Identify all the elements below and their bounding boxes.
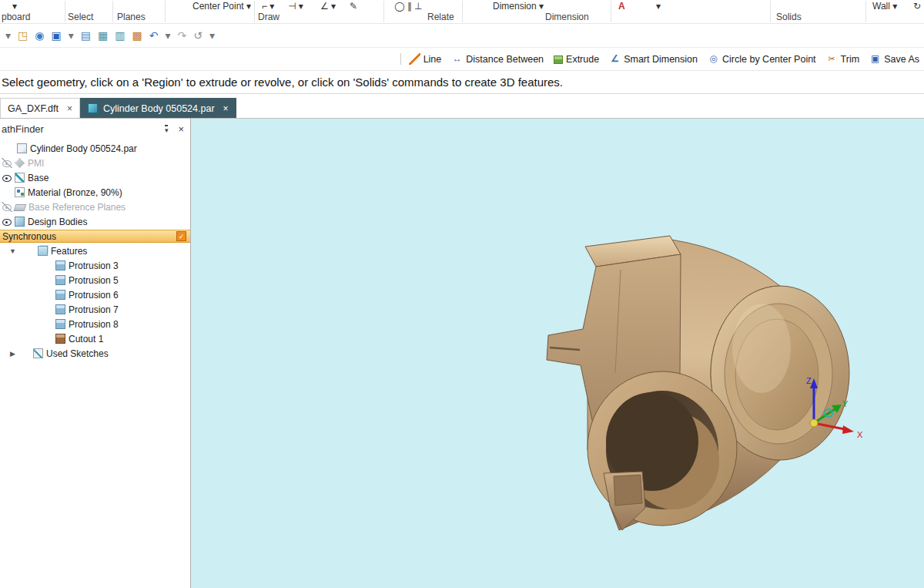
synchronous-mode-bar[interactable]: Synchronous (0, 230, 190, 243)
close-tab-icon[interactable]: × (223, 103, 229, 114)
save-as-command[interactable]: Save As (869, 53, 919, 65)
item-type-icon (55, 275, 65, 285)
item-type-icon (55, 304, 65, 314)
distance-between-command[interactable]: Distance Between (451, 53, 544, 65)
item-label: Synchronous (2, 231, 176, 242)
window-cascade-button[interactable]: ▥ (115, 30, 125, 41)
window-layout-button[interactable]: ▦ (98, 30, 108, 41)
weblink-button[interactable]: ◉ (35, 30, 44, 41)
item-label: Used Sketches (46, 348, 109, 359)
item-label: Protrusion 6 (69, 290, 119, 301)
3d-model[interactable] (547, 236, 849, 530)
command-label: Extrude (566, 54, 599, 65)
item-type-icon (14, 204, 27, 211)
app-window: ▾Center Point ▾⌐ ▾⊣ ▾∠ ▾✎◯ ∥ ⊥Dimension … (0, 0, 924, 588)
command-label: Circle by Center Point (722, 54, 816, 65)
pathfinder-item-protrusion-8[interactable]: Protrusion 8 (0, 317, 190, 331)
item-label: Material (Bronze, 90%) (28, 187, 122, 198)
item-type-icon (33, 348, 43, 358)
command-icon (409, 53, 420, 65)
command-icon (708, 53, 719, 65)
viewport-3d[interactable]: Z Y X (191, 119, 924, 588)
circle-by-center-point-command[interactable]: Circle by Center Point (708, 53, 816, 65)
new-dropdown[interactable]: ▾ (5, 30, 11, 41)
item-label: Protrusion 7 (69, 304, 119, 315)
document-tab-bar: GA_DXF.dft × Cylinder Body 050524.par × (0, 94, 924, 118)
x-axis-label: X (857, 430, 863, 439)
pathfinder-item-pmi[interactable]: PMI (0, 156, 190, 170)
refresh-button[interactable]: ↺ (193, 30, 203, 41)
pathfinder-panel: athFinder ▾ × Cylinder Body 050524.par (0, 119, 191, 588)
pathfinder-item-material[interactable]: Material (Bronze, 90%) (0, 185, 190, 200)
pathfinder-item-protrusion-3[interactable]: Protrusion 3 (0, 258, 190, 273)
close-tab-icon[interactable]: × (67, 103, 72, 114)
item-type-icon (55, 334, 65, 344)
visibility-eye-icon[interactable] (2, 202, 12, 212)
redo-button[interactable]: ↷ (177, 30, 186, 41)
view-sheet-button[interactable]: ▤ (81, 30, 91, 41)
command-icon (451, 53, 463, 65)
undo-dropdown[interactable]: ▾ (165, 30, 170, 41)
tab-cylinder-body[interactable]: Cylinder Body 050524.par × (80, 98, 236, 118)
pathfinder-item-used-sketches[interactable]: Used Sketches (0, 346, 190, 361)
origin-handle[interactable] (810, 419, 818, 427)
ribbon: ▾Center Point ▾⌐ ▾⊣ ▾∠ ▾✎◯ ∥ ⊥Dimension … (0, 0, 924, 24)
item-label: Protrusion 3 (69, 260, 119, 271)
edit-mode-icon[interactable] (176, 231, 186, 241)
pin-panel-icon[interactable]: ▾ (165, 125, 169, 133)
pathfinder-item-base[interactable]: Base (0, 170, 190, 185)
trim-command[interactable]: Trim (826, 53, 860, 65)
pathfinder-item-protrusion-5[interactable]: Protrusion 5 (0, 273, 190, 287)
extrude-command[interactable]: Extrude (554, 54, 599, 65)
item-type-icon (17, 143, 27, 153)
visibility-eye-icon[interactable] (2, 217, 12, 227)
visibility-eye-icon[interactable] (2, 173, 12, 183)
open-button[interactable]: ◳ (18, 30, 28, 41)
command-icon (554, 55, 563, 64)
tab-ga-dxf[interactable]: GA_DXF.dft × (0, 98, 80, 118)
group-planes: Planes (117, 12, 146, 22)
tab-label: Cylinder Body 050524.par (103, 103, 215, 114)
item-type-icon (38, 246, 48, 256)
item-label: Cylinder Body 050524.par (30, 143, 137, 154)
pathfinder-item-base-reference-planes[interactable]: Base Reference Planes (0, 200, 190, 214)
group-clipboard: pboard (2, 12, 30, 22)
item-type-icon (55, 290, 65, 300)
save-button[interactable]: ▣ (51, 30, 61, 41)
z-axis-label: Z (806, 376, 812, 385)
item-type-icon (55, 319, 65, 329)
part-document-icon (88, 103, 98, 113)
pathfinder-item-cutout-1[interactable]: Cutout 1 (0, 331, 190, 346)
close-panel-icon[interactable]: × (178, 123, 184, 135)
pathfinder-title: athFinder (2, 123, 44, 135)
item-label: Design Bodies (28, 217, 87, 227)
expand-arrow-icon[interactable] (8, 350, 18, 358)
pathfinder-item-design-bodies[interactable]: Design Bodies (0, 214, 190, 229)
pathfinder-item-protrusion-6[interactable]: Protrusion 6 (0, 287, 190, 302)
command-icon (869, 53, 881, 65)
pathfinder-item-root[interactable]: Cylinder Body 050524.par (0, 141, 190, 156)
quick-access-toolbar: ▾◳◉▣▾▤▦▥▩↶▾↷↺▾ (0, 24, 924, 48)
item-type-icon (15, 217, 25, 227)
pathfinder-item-protrusion-7[interactable]: Protrusion 7 (0, 302, 190, 317)
item-label: Protrusion 5 (69, 275, 119, 286)
smart-dimension-command[interactable]: Smart Dimension (609, 53, 698, 65)
display-options-dropdown[interactable]: ▾ (209, 30, 215, 41)
command-icon (609, 53, 621, 65)
viewport[interactable]: Z Y X (191, 119, 924, 588)
save-dropdown[interactable]: ▾ (69, 30, 74, 41)
visibility-eye-icon[interactable] (2, 158, 12, 168)
item-label: Base (28, 173, 49, 183)
item-label: Base Reference Planes (28, 202, 126, 213)
item-type-icon (15, 173, 25, 183)
expand-arrow-icon[interactable] (8, 247, 18, 255)
group-draw: Draw (258, 12, 280, 22)
line-command[interactable]: Line (409, 53, 442, 65)
undo-button[interactable]: ↶ (149, 30, 159, 41)
command-label: Smart Dimension (624, 54, 698, 65)
group-solids: Solids (776, 12, 802, 22)
item-label: Features (51, 246, 87, 257)
pathfinder-item-features[interactable]: Features (0, 244, 190, 258)
tab-label: GA_DXF.dft (8, 103, 59, 114)
library-button[interactable]: ▩ (132, 30, 142, 41)
